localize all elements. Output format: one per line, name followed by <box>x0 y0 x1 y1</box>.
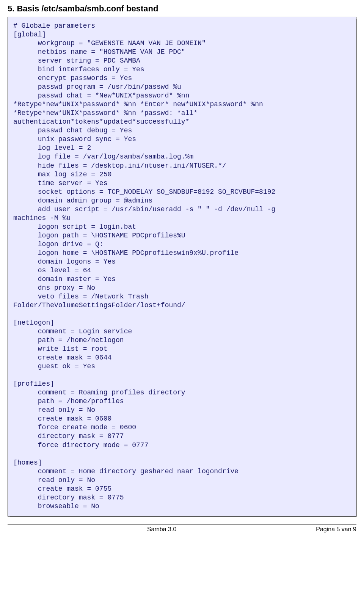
footer-center: Samba 3.0 <box>8 526 316 533</box>
smb-conf-code-block: # Globale parameters [global] workgroup … <box>8 17 356 517</box>
code-block-container: # Globale parameters [global] workgroup … <box>8 17 356 517</box>
page-footer: Samba 3.0 Pagina 5 van 9 <box>8 524 356 536</box>
footer-right: Pagina 5 van 9 <box>316 526 356 533</box>
section-heading: 5. Basis /etc/samba/smb.conf bestand <box>8 4 356 14</box>
